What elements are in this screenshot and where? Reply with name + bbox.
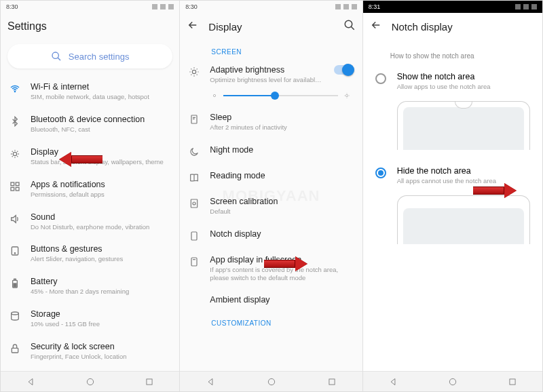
- svg-point-2: [14, 91, 15, 92]
- option-hide-notch[interactable]: Hide the notch areaAll apps cannot use t…: [363, 159, 542, 191]
- svg-point-20: [214, 94, 216, 96]
- fullscreen-icon: [188, 255, 200, 267]
- back-button[interactable]: [370, 19, 382, 34]
- brightness-high-icon: [343, 92, 350, 99]
- search-icon: [51, 51, 62, 62]
- nav-bar: [363, 371, 542, 391]
- option-show-notch[interactable]: Show the notch areaAllow apps to use the…: [363, 65, 542, 97]
- svg-rect-12: [14, 283, 16, 287]
- svg-rect-6: [11, 187, 14, 191]
- calibration-icon: [188, 197, 200, 209]
- nav-bar: [180, 371, 362, 391]
- search-placeholder: Search settings: [69, 52, 130, 62]
- row-bluetooth[interactable]: Bluetooth & device connectionBluetooth, …: [1, 108, 179, 140]
- moon-icon: [188, 145, 200, 157]
- adaptive-switch[interactable]: [334, 65, 353, 75]
- nav-home-icon[interactable]: [267, 377, 276, 387]
- svg-point-19: [193, 70, 196, 73]
- svg-rect-22: [191, 115, 197, 123]
- section-screen: SCREEN: [180, 40, 362, 58]
- row-buttons[interactable]: Buttons & gesturesAlert Slider, navigati…: [1, 237, 179, 270]
- svg-point-21: [345, 94, 348, 96]
- brightness-slider[interactable]: [180, 91, 362, 106]
- status-time: 8:30: [6, 3, 152, 10]
- svg-rect-30: [510, 378, 515, 384]
- row-security[interactable]: Security & lock screenFingerprint, Face …: [1, 335, 179, 368]
- preview-hide-notch: [397, 195, 530, 244]
- row-reading-mode[interactable]: Reading mode: [180, 164, 362, 190]
- row-battery[interactable]: Battery45% - More than 2 days remaining: [1, 270, 179, 302]
- brightness-low-icon: [211, 92, 218, 99]
- apps-icon: [9, 180, 21, 192]
- display-header: Display: [180, 13, 362, 40]
- sound-icon: [9, 212, 21, 224]
- back-button[interactable]: [187, 19, 199, 34]
- svg-rect-4: [11, 182, 14, 186]
- svg-point-3: [13, 152, 16, 155]
- row-apps[interactable]: Apps & notificationsPermissions, default…: [1, 173, 179, 205]
- row-wifi[interactable]: Wi-Fi & internetSIM, mobile network, dat…: [1, 75, 179, 108]
- row-notch-display[interactable]: Notch display: [180, 222, 362, 248]
- radio-unchecked[interactable]: [375, 73, 386, 84]
- page-title: Settings: [7, 20, 47, 33]
- status-bar: 8:31: [363, 1, 542, 13]
- row-sound[interactable]: SoundDo Not Disturb, earphone mode, vibr…: [1, 205, 179, 238]
- nav-back-icon[interactable]: [206, 377, 215, 387]
- nav-home-icon[interactable]: [448, 377, 457, 387]
- nav-back-icon[interactable]: [388, 377, 398, 387]
- status-bar: 8:30: [180, 1, 362, 13]
- status-bar: 8:30: [1, 1, 179, 13]
- row-storage[interactable]: Storage10% used - 115 GB free: [1, 302, 179, 335]
- bluetooth-icon: [9, 115, 21, 127]
- section-customization: CUSTOMIZATION: [180, 311, 362, 330]
- svg-point-13: [12, 312, 19, 315]
- svg-point-15: [87, 378, 93, 385]
- brightness-auto-icon: [188, 65, 200, 77]
- preview-show-notch: [397, 101, 530, 150]
- search-button[interactable]: [343, 19, 356, 34]
- svg-point-29: [449, 378, 455, 385]
- row-sleep[interactable]: SleepAfter 2 minutes of inactivity: [180, 106, 362, 138]
- nav-recent-icon[interactable]: [327, 377, 337, 387]
- book-icon: [188, 171, 200, 183]
- svg-point-0: [52, 52, 58, 58]
- buttons-icon: [9, 244, 21, 256]
- svg-point-9: [14, 253, 15, 254]
- svg-rect-26: [191, 258, 197, 266]
- svg-rect-7: [16, 187, 19, 191]
- svg-rect-25: [191, 232, 197, 240]
- search-settings[interactable]: Search settings: [7, 44, 172, 68]
- lock-icon: [9, 342, 21, 354]
- svg-rect-5: [16, 182, 19, 186]
- row-adaptive-brightness[interactable]: Adaptive brightnessOptimize brightness l…: [180, 58, 362, 91]
- svg-rect-23: [191, 199, 198, 208]
- nav-back-icon[interactable]: [26, 377, 35, 387]
- display-icon: [9, 147, 21, 159]
- phone-icon: [188, 229, 200, 241]
- row-screen-calibration[interactable]: Screen calibrationDefault: [180, 190, 362, 222]
- nav-recent-icon[interactable]: [145, 377, 154, 387]
- storage-icon: [9, 309, 21, 321]
- radio-checked[interactable]: [375, 168, 386, 178]
- intro-text: How to show the notch area: [363, 40, 542, 65]
- battery-icon: [9, 277, 21, 289]
- svg-point-24: [193, 202, 195, 205]
- row-display[interactable]: DisplayStatus bar, ambient display, wall…: [1, 140, 179, 173]
- settings-header: Settings: [1, 13, 179, 40]
- sleep-icon: [188, 113, 200, 125]
- svg-rect-11: [14, 279, 16, 281]
- row-app-fullscreen[interactable]: App display in fullscreenIf app's conten…: [180, 248, 362, 289]
- wifi-icon: [9, 82, 21, 94]
- svg-point-27: [268, 378, 274, 385]
- svg-line-18: [351, 26, 354, 30]
- svg-line-1: [58, 58, 60, 60]
- nav-home-icon[interactable]: [86, 377, 95, 387]
- row-night-mode[interactable]: Night mode: [180, 138, 362, 164]
- ambient-icon: [188, 295, 200, 296]
- notch-header: Notch display: [363, 13, 542, 40]
- svg-point-17: [345, 20, 352, 28]
- svg-rect-14: [12, 348, 18, 353]
- page-title: Display: [208, 21, 242, 33]
- row-ambient-display[interactable]: Ambient display: [180, 288, 362, 311]
- nav-recent-icon[interactable]: [508, 377, 517, 387]
